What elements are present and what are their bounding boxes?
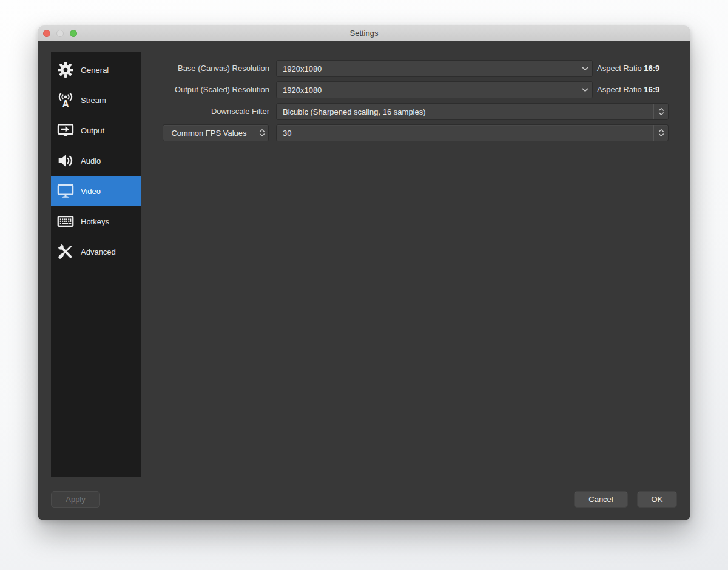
output-resolution-row: Output (Scaled) Resolution 1920x1080 Asp… xyxy=(38,81,690,98)
output-aspect-ratio: Aspect Ratio 16:9 xyxy=(597,81,659,98)
chevron-down-icon[interactable] xyxy=(578,82,592,98)
settings-window: Settings xyxy=(38,25,690,520)
downscale-filter-value[interactable]: Bicubic (Sharpened scaling, 16 samples) xyxy=(277,107,653,116)
cancel-button[interactable]: Cancel xyxy=(574,491,628,508)
speaker-icon xyxy=(55,150,76,172)
minimize-button xyxy=(56,30,64,37)
output-resolution-combobox[interactable]: 1920x1080 xyxy=(276,81,593,98)
fps-value[interactable]: 30 xyxy=(277,129,653,138)
sidebar-item-label: Audio xyxy=(81,156,101,166)
window-title: Settings xyxy=(38,25,690,41)
sidebar-item-video[interactable]: Video xyxy=(51,176,141,206)
downscale-filter-select[interactable]: Bicubic (Sharpened scaling, 16 samples) xyxy=(276,103,669,120)
sidebar-item-label: Advanced xyxy=(81,247,116,256)
aspect-ratio-value: 16:9 xyxy=(644,85,659,94)
close-button[interactable] xyxy=(43,30,50,37)
base-resolution-row: Base (Canvas) Resolution 1920x1080 Aspec… xyxy=(38,60,690,77)
apply-button: Apply xyxy=(51,491,100,508)
output-resolution-label: Output (Scaled) Resolution xyxy=(38,81,269,98)
chevron-up-down-icon[interactable] xyxy=(255,125,268,141)
sidebar-item-audio[interactable]: Audio xyxy=(51,146,141,176)
fps-value-select[interactable]: 30 xyxy=(276,124,669,141)
downscale-filter-label: Downscale Filter xyxy=(38,103,269,120)
ok-button[interactable]: OK xyxy=(637,491,677,508)
fps-type-label[interactable]: Common FPS Values xyxy=(163,129,255,138)
zoom-button[interactable] xyxy=(70,30,77,37)
sidebar-item-label: Hotkeys xyxy=(81,217,109,226)
aspect-ratio-value: 16:9 xyxy=(644,64,659,73)
output-resolution-value[interactable]: 1920x1080 xyxy=(277,86,578,95)
keyboard-icon xyxy=(55,210,76,232)
aspect-ratio-label: Aspect Ratio xyxy=(597,64,642,73)
base-resolution-label: Base (Canvas) Resolution xyxy=(38,60,269,77)
fps-row: Common FPS Values 30 xyxy=(38,124,690,141)
base-resolution-combobox[interactable]: 1920x1080 xyxy=(276,60,593,77)
tools-icon xyxy=(55,241,76,263)
downscale-filter-row: Downscale Filter Bicubic (Sharpened scal… xyxy=(38,103,690,120)
titlebar: Settings xyxy=(38,25,690,41)
chevron-up-down-icon[interactable] xyxy=(653,125,668,141)
aspect-ratio-label: Aspect Ratio xyxy=(597,85,642,94)
chevron-up-down-icon[interactable] xyxy=(653,104,668,119)
traffic-lights xyxy=(43,30,77,37)
sidebar-item-label: Video xyxy=(81,187,101,196)
base-aspect-ratio: Aspect Ratio 16:9 xyxy=(597,60,659,77)
display-icon xyxy=(55,180,76,202)
sidebar-item-hotkeys[interactable]: Hotkeys xyxy=(51,206,141,236)
fps-type-select[interactable]: Common FPS Values xyxy=(163,124,269,141)
base-resolution-value[interactable]: 1920x1080 xyxy=(277,64,578,73)
chevron-down-icon[interactable] xyxy=(578,61,592,76)
sidebar-item-advanced[interactable]: Advanced xyxy=(51,236,141,267)
settings-content: General A Stream xyxy=(38,41,690,520)
